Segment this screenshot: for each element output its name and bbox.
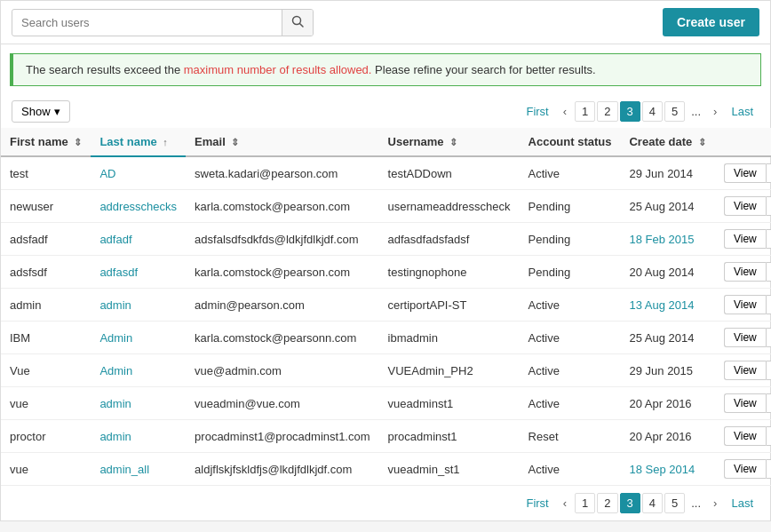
cell-account-status: Reset	[520, 420, 621, 453]
cell-last-name: addresschecks	[91, 190, 186, 223]
action-dropdown-button[interactable]: ▾	[766, 426, 771, 446]
cell-actions: View ▾	[715, 223, 771, 256]
cell-first-name: IBM	[1, 322, 91, 354]
view-button[interactable]: View	[724, 295, 766, 314]
view-button[interactable]: View	[724, 459, 766, 479]
cell-username: VUEAdmin_PH2	[379, 354, 520, 387]
search-box	[12, 9, 314, 36]
cell-create-date: 20 Aug 2014	[620, 256, 714, 289]
last-page-top[interactable]: Last	[725, 102, 759, 121]
col-account-status: Account status	[520, 128, 621, 156]
action-dropdown-button[interactable]: ▾	[766, 328, 771, 347]
table-row: IBM Admin karla.comstock@pearsonn.com ib…	[1, 322, 771, 354]
cell-username: testADDown	[379, 156, 520, 190]
show-button[interactable]: Show ▾	[12, 100, 70, 123]
cell-last-name: adfasdf	[91, 256, 186, 289]
cell-last-name: admin	[91, 387, 186, 420]
col-first-name-label: First name	[10, 135, 68, 148]
pagination-bottom: First ‹ 1 2 3 4 5 ... › Last	[520, 493, 759, 513]
page-4-top[interactable]: 4	[642, 101, 663, 122]
create-user-button[interactable]: Create user	[663, 8, 759, 36]
col-create-date[interactable]: Create date ⇕	[620, 128, 714, 156]
sort-icon-create-date: ⇕	[698, 137, 706, 147]
next-page-top[interactable]: ›	[707, 102, 723, 121]
col-email[interactable]: Email ⇕	[186, 128, 378, 156]
first-page-bottom[interactable]: First	[520, 494, 554, 512]
cell-email: adsfalsdfsdkfds@ldkjfdlkjdf.com	[186, 223, 378, 256]
action-dropdown-button[interactable]: ▾	[766, 196, 771, 216]
view-button[interactable]: View	[724, 163, 766, 183]
cell-first-name: Vue	[1, 354, 91, 387]
action-dropdown-button[interactable]: ▾	[766, 361, 771, 380]
cell-email: vue@admin.com	[186, 354, 378, 387]
cell-account-status: Active	[520, 156, 621, 190]
page-2-top[interactable]: 2	[597, 101, 617, 122]
page-3-bottom[interactable]: 3	[620, 493, 640, 513]
table-row: admin admin admin@pearson.com certiportA…	[1, 289, 771, 322]
cell-actions: View ▾	[715, 453, 771, 486]
cell-account-status: Pending	[520, 256, 621, 289]
cell-username: procadminst1	[379, 420, 520, 453]
last-page-bottom[interactable]: Last	[725, 494, 759, 512]
prev-page-top[interactable]: ‹	[557, 102, 573, 121]
cell-email: karla.comstock@pearson.com	[186, 256, 378, 289]
table-body: test AD sweta.kadari@pearson.com testADD…	[1, 156, 771, 486]
page-1-bottom[interactable]: 1	[575, 493, 595, 513]
cell-last-name: admin	[91, 420, 186, 453]
page-2-bottom[interactable]: 2	[597, 493, 617, 513]
sort-icon-email: ⇕	[231, 137, 239, 147]
view-button[interactable]: View	[724, 361, 766, 380]
view-button[interactable]: View	[724, 328, 766, 347]
users-table: First name ⇕ Last name ↑ Email ⇕ Usernam…	[1, 128, 771, 486]
cell-first-name: vue	[1, 387, 91, 420]
cell-create-date: 29 Jun 2015	[620, 354, 714, 387]
show-label: Show	[21, 105, 51, 118]
col-last-name[interactable]: Last name ↑	[91, 128, 186, 156]
view-button[interactable]: View	[724, 426, 766, 446]
action-dropdown-button[interactable]: ▾	[766, 163, 771, 183]
cell-username: vueadmin_st1	[379, 453, 520, 486]
cell-username: certiportAPI-ST	[379, 289, 520, 322]
page-3-top[interactable]: 3	[620, 101, 640, 122]
main-container: Create user The search results exceed th…	[0, 0, 771, 521]
page-1-top[interactable]: 1	[575, 101, 595, 122]
cell-account-status: Active	[520, 354, 621, 387]
action-dropdown-button[interactable]: ▾	[766, 393, 771, 413]
page-5-bottom[interactable]: 5	[664, 493, 685, 513]
col-email-label: Email	[195, 135, 226, 148]
action-dropdown-button[interactable]: ▾	[766, 295, 771, 314]
table-row: newuser addresschecks karla.comstock@pea…	[1, 190, 771, 223]
alert-highlight: maximum number of results allowed.	[184, 63, 372, 76]
view-button[interactable]: View	[724, 196, 766, 216]
cell-actions: View ▾	[715, 190, 771, 223]
cell-create-date: 25 Aug 2014	[620, 190, 714, 223]
view-button[interactable]: View	[724, 393, 766, 413]
prev-page-bottom[interactable]: ‹	[557, 494, 573, 512]
page-4-bottom[interactable]: 4	[642, 493, 663, 513]
cell-last-name: admin	[91, 289, 186, 322]
action-dropdown-button[interactable]: ▾	[766, 229, 771, 249]
action-dropdown-button[interactable]: ▾	[766, 459, 771, 479]
col-username[interactable]: Username ⇕	[379, 128, 520, 156]
cell-last-name: admin_all	[91, 453, 186, 486]
search-button[interactable]	[282, 10, 313, 36]
cell-create-date: 20 Apr 2016	[620, 387, 714, 420]
cell-last-name: adfadf	[91, 223, 186, 256]
cell-first-name: newuser	[1, 190, 91, 223]
view-button[interactable]: View	[724, 262, 766, 282]
view-button[interactable]: View	[724, 229, 766, 249]
alert-text-before: The search results exceed the	[26, 63, 184, 76]
next-page-bottom[interactable]: ›	[707, 494, 723, 512]
col-first-name[interactable]: First name ⇕	[1, 128, 91, 156]
table-row: proctor admin procadminst1@procadminst1.…	[1, 420, 771, 453]
action-dropdown-button[interactable]: ▾	[766, 262, 771, 282]
cell-account-status: Pending	[520, 190, 621, 223]
first-page-top[interactable]: First	[520, 102, 554, 121]
cell-create-date: 25 Aug 2014	[620, 322, 714, 354]
alert-message: The search results exceed the maximum nu…	[10, 53, 761, 86]
page-5-top[interactable]: 5	[664, 101, 685, 122]
search-input[interactable]	[12, 11, 282, 35]
cell-create-date: 18 Sep 2014	[620, 453, 714, 486]
cell-first-name: test	[1, 156, 91, 190]
toolbar: Show ▾ First ‹ 1 2 3 4 5 ... › Last	[1, 95, 770, 128]
